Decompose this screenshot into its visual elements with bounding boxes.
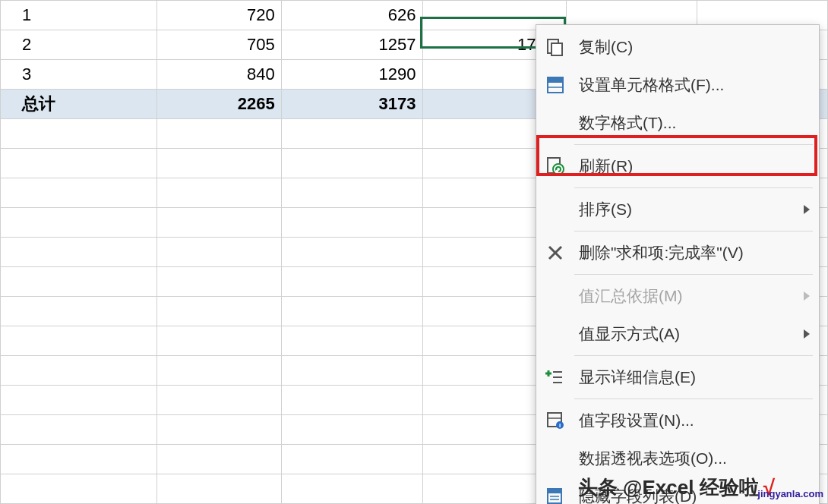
refresh-icon [542,153,568,179]
menu-separator [574,355,813,356]
svg-rect-3 [548,77,563,83]
menu-show-values-as[interactable]: 值显示方式(A) [536,315,819,353]
menu-label: 刷新(R) [579,156,810,177]
menu-format-cells[interactable]: 设置单元格格式(F)... [536,66,819,104]
svg-text:i: i [559,422,561,429]
blank-icon [542,446,568,471]
menu-label: 复制(C) [579,36,810,58]
blank-icon [542,110,568,136]
menu-separator [574,274,813,275]
menu-separator [574,187,813,188]
menu-label: 值汇总依据(M) [579,285,804,307]
menu-label: 隐藏字段列表(D) [579,486,810,504]
blank-icon [542,283,568,309]
menu-separator [574,398,813,399]
row-label[interactable]: 3 [1,60,157,90]
menu-refresh[interactable]: 刷新(R) [536,147,819,185]
menu-separator [574,144,813,145]
show-detail-icon [542,364,568,390]
cell[interactable]: 705 [156,30,281,60]
menu-value-field-settings[interactable]: i 值字段设置(N)... [536,402,819,439]
menu-remove[interactable]: 删除"求和项:完成率"(V) [536,234,819,272]
format-cells-icon [542,72,568,98]
menu-label: 排序(S) [579,199,804,220]
menu-label: 值显示方式(A) [579,323,804,345]
context-menu: 复制(C) 设置单元格格式(F)... 数字格式(T)... 刷新(R) 排序(… [536,24,820,504]
menu-number-format[interactable]: 数字格式(T)... [536,104,819,142]
row-label[interactable]: 2 [1,30,157,60]
menu-hide-field-list[interactable]: 隐藏字段列表(D) [536,477,819,504]
row-label[interactable]: 1 [1,1,157,30]
submenu-arrow-icon [804,291,810,301]
blank-icon [542,321,568,347]
menu-show-details[interactable]: 显示详细信息(E) [536,358,819,396]
field-list-icon [542,484,568,504]
menu-separator [574,231,813,232]
menu-pivot-options[interactable]: 数据透视表选项(O)... [536,439,819,477]
cell[interactable]: 626 [281,1,422,30]
menu-label: 设置单元格格式(F)... [579,74,810,96]
menu-copy[interactable]: 复制(C) [536,28,819,66]
svg-rect-1 [551,43,562,55]
delete-icon [542,240,568,266]
menu-sort[interactable]: 排序(S) [536,191,819,228]
copy-icon [542,34,568,60]
cell[interactable]: 3173 [281,90,422,119]
svg-point-6 [553,164,564,175]
blank-icon [542,197,568,222]
menu-summary-by[interactable]: 值汇总依据(M) [536,277,819,315]
menu-label: 值字段设置(N)... [579,410,810,431]
field-settings-icon: i [542,408,568,433]
cell[interactable]: 720 [156,1,281,30]
svg-rect-20 [548,489,561,493]
totals-label[interactable]: 总计 [1,90,157,119]
cell[interactable]: 1290 [281,60,422,90]
cell[interactable]: 1257 [281,30,422,60]
submenu-arrow-icon [804,205,810,214]
menu-label: 显示详细信息(E) [579,367,810,388]
menu-label: 删除"求和项:完成率"(V) [579,242,810,263]
cell[interactable]: 2265 [156,90,281,119]
menu-label: 数字格式(T)... [579,112,810,134]
menu-label: 数据透视表选项(O)... [579,448,810,469]
submenu-arrow-icon [804,329,810,339]
cell[interactable]: 840 [156,60,281,90]
